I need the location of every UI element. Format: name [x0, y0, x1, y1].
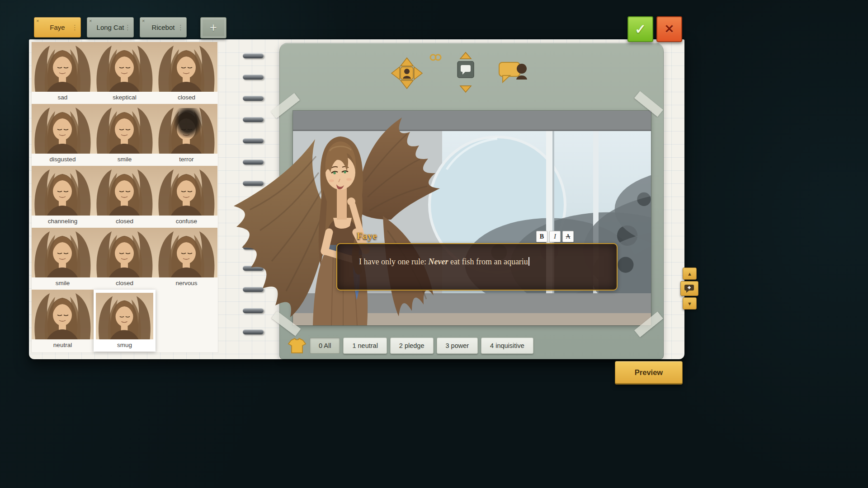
expression-thumbnail — [32, 290, 94, 339]
expression-confuse[interactable]: confuse — [156, 166, 217, 228]
expression-label: confuse — [156, 216, 217, 228]
expression-label: smug — [94, 339, 156, 352]
close-button[interactable]: ✕ — [656, 16, 682, 42]
spiral-ring — [243, 266, 264, 271]
spiral-ring — [243, 53, 264, 58]
spiral-ring — [243, 329, 264, 334]
spiral-binding — [243, 39, 264, 359]
shirt-icon — [288, 338, 307, 354]
expression-thumbnail — [156, 42, 217, 92]
move-character-down-button[interactable] — [401, 80, 413, 89]
aquarium-background — [293, 111, 651, 325]
add-dialogue-button[interactable] — [680, 281, 698, 296]
confirm-button[interactable]: ✓ — [627, 16, 653, 42]
expression-thumbnail — [156, 228, 217, 277]
tab-close-icon[interactable]: × — [36, 19, 39, 23]
dialogue-text-input[interactable]: I have only one rule: Never eat fish fro… — [336, 243, 618, 291]
expression-label: skeptical — [94, 92, 156, 104]
filter-2-pledge[interactable]: 2 pledge — [390, 338, 434, 354]
filter-bar: 0 All1 neutral2 pledge3 power4 inquisiti… — [288, 337, 533, 354]
format-bold-button[interactable]: B — [536, 231, 547, 242]
expression-label: neutral — [32, 339, 94, 352]
expression-label: closed — [156, 92, 217, 104]
tab-long-cat[interactable]: ×Long Cat⋮ — [87, 17, 134, 38]
spiral-ring — [243, 96, 264, 101]
expression-disgusted[interactable]: disgusted — [32, 104, 94, 166]
move-textbox-down-button[interactable] — [460, 86, 471, 92]
add-tab-button[interactable]: + — [200, 17, 226, 38]
format-italic-button[interactable]: I — [549, 231, 561, 242]
expression-thumbnail — [94, 228, 156, 277]
expression-skeptical[interactable]: skeptical — [94, 42, 156, 104]
expression-terror[interactable]: terror — [156, 104, 217, 166]
app-window: sadskepticalcloseddisgustedsmileterrorch… — [0, 0, 868, 488]
spiral-ring — [243, 202, 264, 207]
move-character-left-button[interactable] — [392, 67, 400, 80]
textbox-icon — [458, 61, 474, 78]
spiral-ring — [243, 308, 264, 313]
tab-ricebot[interactable]: ×Ricebot⋮ — [140, 17, 187, 38]
scroll-up-button[interactable]: ▲ — [683, 267, 697, 280]
expression-label: terror — [156, 154, 217, 166]
expression-thumbnail — [32, 166, 94, 216]
spiral-ring — [243, 138, 264, 143]
filter-bar-buttons: 0 All1 neutral2 pledge3 power4 inquisiti… — [310, 338, 533, 354]
move-textbox-up-button[interactable] — [460, 52, 471, 59]
tab-drag-handle-icon: ⋮ — [124, 23, 131, 32]
filter-3-power[interactable]: 3 power — [437, 338, 478, 354]
expression-nervous[interactable]: nervous — [156, 228, 217, 290]
expression-closed[interactable]: closed — [94, 166, 156, 228]
character-head-icon — [401, 67, 413, 80]
preview-button[interactable]: Preview — [615, 361, 683, 385]
expression-smile[interactable]: smile — [32, 228, 94, 290]
expression-neutral[interactable]: neutral — [32, 290, 94, 352]
expression-thumbnail — [94, 104, 156, 154]
dialogue-text: I have only one rule: Never eat fish fro… — [359, 256, 604, 267]
format-clear-button[interactable]: A — [562, 231, 574, 242]
scribble-overlay — [174, 108, 202, 138]
speech-bubble-style-button[interactable] — [498, 59, 530, 84]
expression-label: smile — [94, 154, 156, 166]
link-icon[interactable] — [429, 53, 443, 62]
tab-label: Faye — [50, 23, 65, 31]
scene-preview[interactable] — [293, 111, 651, 325]
move-character-up-button[interactable] — [401, 58, 413, 66]
tab-close-icon[interactable]: × — [89, 19, 92, 23]
tab-drag-handle-icon: ⋮ — [71, 23, 78, 32]
expression-label: sad — [32, 92, 94, 104]
outfit-button[interactable] — [288, 337, 307, 354]
text-caret — [528, 257, 529, 266]
expression-sad[interactable]: sad — [32, 42, 94, 104]
tab-close-icon[interactable]: × — [142, 19, 145, 23]
move-character-right-button[interactable] — [414, 67, 422, 80]
expression-smug[interactable]: smug — [94, 290, 156, 352]
expression-thumbnail — [94, 290, 156, 339]
scroll-down-button[interactable]: ▼ — [683, 297, 697, 310]
expression-smile[interactable]: smile — [94, 104, 156, 166]
spiral-ring — [243, 223, 264, 228]
expression-thumbnail — [32, 42, 94, 92]
add-dialogue-icon — [684, 284, 695, 293]
expression-label: channeling — [32, 216, 94, 228]
format-toolbar: BIA — [536, 231, 574, 242]
dialogue-emphasis: Never — [428, 257, 448, 266]
expression-closed[interactable]: closed — [94, 228, 156, 290]
expression-closed[interactable]: closed — [156, 42, 217, 104]
filter-1-neutral[interactable]: 1 neutral — [343, 338, 387, 354]
spiral-ring — [243, 287, 264, 292]
filter-4-inquisitive[interactable]: 4 inquisitive — [481, 338, 533, 354]
expression-label: disgusted — [32, 154, 94, 166]
tab-drag-handle-icon: ⋮ — [177, 23, 184, 32]
expression-thumbnail — [94, 166, 156, 216]
textbox-position-control[interactable] — [456, 52, 476, 93]
expression-label: closed — [94, 277, 156, 290]
expression-thumbnail — [32, 104, 94, 154]
tab-faye[interactable]: ×Faye⋮ — [34, 17, 81, 38]
character-position-dpad[interactable] — [389, 55, 425, 91]
tab-bar: ×Faye⋮×Long Cat⋮×Ricebot⋮ — [34, 17, 187, 38]
filter-0-all[interactable]: 0 All — [310, 338, 340, 354]
speaker-name: Faye — [357, 230, 377, 242]
tab-label: Long Cat — [97, 23, 124, 31]
expression-grid: sadskepticalcloseddisgustedsmileterrorch… — [32, 42, 218, 352]
expression-channeling[interactable]: channeling — [32, 166, 94, 228]
